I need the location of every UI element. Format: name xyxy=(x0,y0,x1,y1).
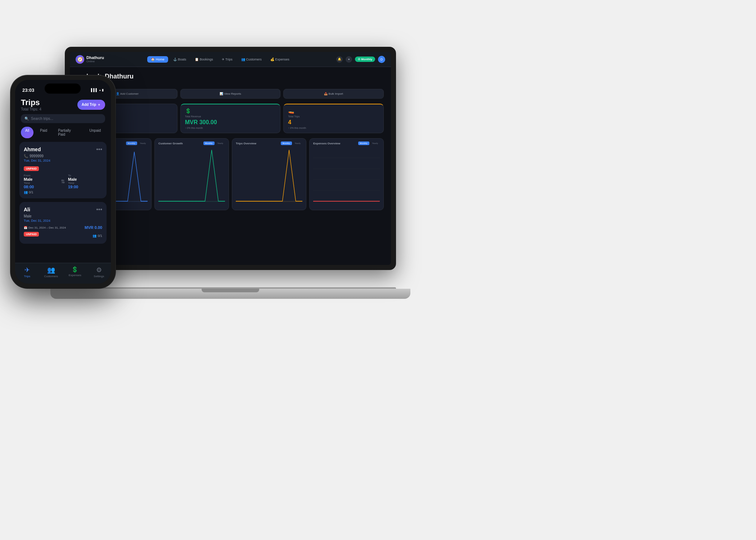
scene: 🧭 Dhathuru Online 🏠 Home ⚓ Boats 📋 Booki… xyxy=(0,0,756,540)
phone-title: Trips xyxy=(21,98,41,107)
revenue-monthly-tab[interactable]: Monthly xyxy=(126,141,137,145)
view-reports-btn[interactable]: 📊 View Reports xyxy=(180,89,281,99)
laptop-base xyxy=(50,289,410,299)
bell-icon[interactable]: 🔔 xyxy=(336,56,343,63)
customer-growth-chart: Customer Growth Monthly Yearly xyxy=(154,138,229,210)
trips-label: Total Trips xyxy=(288,115,379,118)
trips-overview-chart: Trips Overview Monthly Yearly xyxy=(232,138,306,210)
revenue-label: Total Revenue xyxy=(185,115,276,118)
nav-links: 🏠 Home ⚓ Boats 📋 Bookings ✈ Trips 👥 Cust… xyxy=(108,56,332,63)
cg-chart-svg xyxy=(158,148,225,202)
customer-growth-tabs: Monthly Yearly xyxy=(203,141,225,145)
nav-home[interactable]: 🏠 Home xyxy=(147,56,168,63)
customer-growth-area xyxy=(158,148,225,202)
wifi-icon: ⬥ xyxy=(99,88,101,92)
ahmed-menu-btn[interactable]: ••• xyxy=(96,146,102,153)
trips-stat: 🚤 Total Trips 4 ↑ 0% this month xyxy=(283,104,384,133)
to-yearly-tab[interactable]: Yearly xyxy=(293,141,302,145)
phone-icon: 📞 xyxy=(24,154,28,158)
cg-yearly-tab[interactable]: Yearly xyxy=(216,141,225,145)
dot-icon[interactable]: ● xyxy=(346,56,352,63)
to-monthly-tab[interactable]: Monthly xyxy=(281,141,292,145)
bottom-nav-expenses[interactable]: 💲 Expenses xyxy=(63,266,87,278)
expenses-overview-chart: Expenses Overview Monthly Yearly xyxy=(309,138,384,210)
eo-monthly-tab[interactable]: Monthly xyxy=(358,141,369,145)
phone-title-area: Trips Total Trips: 4 xyxy=(21,98,41,111)
ahmed-to-col: To Male Time 19:00 xyxy=(68,174,102,189)
ahmed-header: Ahmed ••• xyxy=(24,146,102,153)
charts-row: Revenue Monthly Yearly xyxy=(77,138,384,210)
logo-icon: 🧭 xyxy=(76,55,84,64)
user-avatar[interactable]: D xyxy=(378,56,385,63)
trips-overview-title: Trips Overview xyxy=(236,142,256,145)
calendar-icon: 📅 xyxy=(24,226,27,229)
monthly-toggle[interactable]: ⊙ Monthly xyxy=(355,57,375,62)
bottom-nav-customers[interactable]: 👥 Customers xyxy=(39,266,63,278)
expenses-overview-area xyxy=(313,148,380,202)
settings-nav-icon: ⚙ xyxy=(96,266,102,274)
ahmed-pax: 0/1 xyxy=(29,190,33,194)
expenses-overview-title: Expenses Overview xyxy=(313,142,340,145)
add-trip-button[interactable]: Add Trip ＋ xyxy=(77,100,105,110)
trips-change: ↑ 0% this month xyxy=(288,127,379,129)
nav-trips[interactable]: ✈ Trips xyxy=(218,56,236,63)
bottom-nav-settings[interactable]: ⚙ Settings xyxy=(87,266,111,278)
bulk-import-btn[interactable]: 📥 Bulk Import xyxy=(283,89,384,99)
battery-icon: ▮ xyxy=(102,88,104,92)
revenue-yearly-tab[interactable]: Yearly xyxy=(138,141,148,145)
trips-overview-area xyxy=(236,148,302,202)
trips-value: 4 xyxy=(288,119,379,126)
nav-bookings[interactable]: 📋 Bookings xyxy=(191,56,217,63)
filter-unpaid[interactable]: Unpaid xyxy=(85,127,105,138)
ahmed-from: Male xyxy=(24,177,58,181)
filter-partially-paid[interactable]: Partially Paid xyxy=(54,127,83,138)
add-trip-label: Add Trip ＋ xyxy=(82,102,101,107)
ahmed-to: Male xyxy=(68,177,102,181)
sub-heading: ness overview xyxy=(77,81,384,85)
trips-overview-header: Trips Overview Monthly Yearly xyxy=(236,141,302,145)
ahmed-status-badge: UNPAID xyxy=(24,166,39,171)
phone-screen: 23:03 ▌▌▌ ⬥ ▮ Trips Total Trips: 4 Add T… xyxy=(15,80,111,284)
phone-search-bar[interactable]: 🔍 Search trips... xyxy=(21,114,105,123)
ahmed-phone: 9999999 xyxy=(30,154,44,158)
time-label: Time xyxy=(24,181,58,185)
settings-nav-label: Settings xyxy=(94,275,104,278)
stats-row: Customers 0% this month 💲 Total Revenue … xyxy=(77,104,384,133)
nav-customers[interactable]: 👥 Customers xyxy=(238,56,265,63)
revenue-change: ↑ 0% this month xyxy=(185,127,276,129)
logo-text: Dhathuru xyxy=(86,55,104,60)
laptop-navbar: 🧭 Dhathuru Online 🏠 Home ⚓ Boats 📋 Booki… xyxy=(70,52,391,67)
phone-device: 23:03 ▌▌▌ ⬥ ▮ Trips Total Trips: 4 Add T… xyxy=(11,76,115,288)
ali-amount: MVR 0.00 xyxy=(85,225,102,230)
eo-chart-svg xyxy=(313,148,380,202)
expenses-overview-header: Expenses Overview Monthly Yearly xyxy=(313,141,380,145)
nav-boats[interactable]: ⚓ Boats xyxy=(170,56,190,63)
trips-nav-icon: ✈ xyxy=(24,266,30,274)
phone-subtitle: Total Trips: 4 xyxy=(21,107,41,111)
search-icon: 🔍 xyxy=(24,117,29,121)
to-label: To xyxy=(68,174,102,177)
action-bar: 👤 Add Customer 📊 View Reports 📥 Bulk Imp… xyxy=(77,89,384,99)
signal-icon: ▌▌▌ xyxy=(91,88,98,92)
filter-paid[interactable]: Paid xyxy=(36,127,51,138)
nav-actions: 🔔 ● ⊙ Monthly D xyxy=(336,56,385,63)
ali-footer: 📅 Dec 31, 2024 – Dec 31, 2024 MVR 0.00 xyxy=(24,225,102,230)
logo-sub: Online xyxy=(86,60,104,63)
ali-phone: Male xyxy=(24,214,32,218)
search-placeholder: Search trips... xyxy=(31,117,53,121)
cg-monthly-tab[interactable]: Monthly xyxy=(203,141,215,145)
ali-menu-btn[interactable]: ••• xyxy=(96,206,102,213)
eo-yearly-tab[interactable]: Yearly xyxy=(370,141,380,145)
customers-nav-icon: 👥 xyxy=(47,266,55,274)
trips-icon: 🚤 xyxy=(288,108,379,114)
to-time-label: Time xyxy=(68,181,102,185)
ali-trip-dates: 📅 Dec 31, 2024 – Dec 31, 2024 xyxy=(24,226,66,229)
bottom-nav-trips[interactable]: ✈ Trips xyxy=(15,266,39,278)
filter-all[interactable]: All xyxy=(21,127,33,138)
ali-status-badge: UNPAID xyxy=(24,232,39,237)
expenses-nav-label: Expenses xyxy=(69,274,81,277)
trip-list: Ahmed ••• 📞 9999999 Tue, Dec 31, 2024 UN… xyxy=(15,142,111,247)
ali-passengers-icon: 👥 xyxy=(93,234,96,238)
revenue-value: MVR 300.00 xyxy=(185,119,276,126)
nav-expenses[interactable]: 💰 Expenses xyxy=(267,56,293,63)
